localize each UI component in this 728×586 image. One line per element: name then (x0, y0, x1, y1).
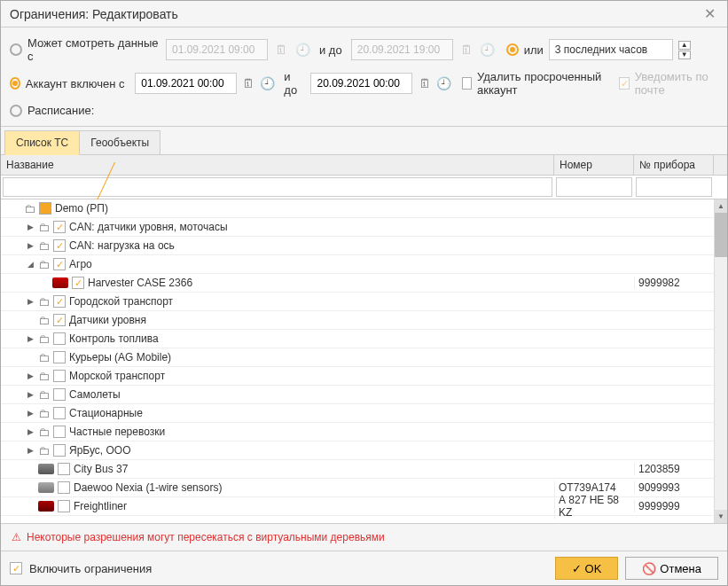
warning-bar: ⚠ Некоторые разрешения могут пересекатьс… (1, 523, 727, 551)
expand-icon[interactable]: ▶ (26, 297, 35, 306)
table-row[interactable]: ◢🗀Агро (1, 255, 727, 274)
table-row[interactable]: ▶🗀Частные перевозки (1, 423, 727, 441)
notify-checkbox[interactable] (619, 77, 629, 90)
row-checkbox[interactable] (53, 426, 66, 438)
row-checkbox[interactable] (53, 258, 66, 270)
options-panel: Может смотреть данные с 🗓 🕘 и до 🗓 🕘 или… (1, 27, 727, 127)
table-row[interactable]: ▶🗀Стационарные (1, 404, 727, 423)
radio-or[interactable] (506, 43, 519, 56)
row-checkbox[interactable] (53, 221, 66, 233)
filter-name-input[interactable] (3, 177, 552, 197)
row-checkbox[interactable] (53, 407, 66, 419)
scroll-up-icon[interactable]: ▲ (715, 199, 727, 213)
row-checkbox[interactable] (53, 388, 66, 401)
table-row[interactable]: ▶🗀Морской транспорт (1, 367, 727, 386)
radio-account-on[interactable] (10, 77, 20, 90)
filter-number-input[interactable] (556, 177, 632, 197)
col-name[interactable]: Название (1, 155, 554, 175)
ok-button[interactable]: ✓ OK (555, 557, 619, 580)
row-checkbox[interactable] (53, 351, 66, 363)
calendar-icon[interactable]: 🗓 (458, 42, 474, 58)
hours-spinner[interactable]: ▲▼ (678, 41, 691, 59)
folder-icon: 🗀 (24, 202, 35, 215)
row-checkbox[interactable] (53, 239, 66, 252)
clock-icon[interactable]: 🕘 (436, 75, 451, 91)
row-label: City Bus 37 (74, 463, 128, 475)
scroll-down-icon[interactable]: ▼ (715, 510, 727, 523)
label-and-to: и до (319, 43, 342, 57)
expand-icon[interactable]: ▶ (26, 223, 35, 231)
delete-expired-checkbox[interactable] (462, 77, 472, 90)
expand-icon[interactable]: ▶ (26, 446, 35, 455)
expand-icon[interactable]: ▶ (26, 390, 35, 399)
table-row[interactable]: 🗀Demo (РП) (1, 199, 727, 218)
label-schedule: Расписание: (27, 104, 94, 117)
row-checkbox[interactable] (53, 332, 66, 345)
row-checkbox[interactable] (53, 314, 66, 326)
expand-icon[interactable]: ▶ (26, 409, 35, 418)
table-row[interactable]: City Bus 371203859 (1, 460, 727, 479)
row-checkbox[interactable] (53, 295, 66, 308)
view-to-input[interactable] (351, 39, 453, 60)
calendar-icon[interactable]: 🗓 (418, 75, 430, 91)
label-can-view: Может смотреть данные с (27, 36, 160, 63)
expand-icon[interactable]: ▶ (26, 371, 35, 380)
table-row[interactable]: ▶🗀Самолеты (1, 386, 727, 404)
expand-icon[interactable]: ◢ (26, 260, 35, 269)
clock-icon[interactable]: 🕘 (294, 42, 310, 58)
filter-row (1, 176, 727, 199)
table-row[interactable]: ▶🗀CAN: нагрузка на ось (1, 237, 727, 255)
clock-icon[interactable]: 🕘 (480, 42, 496, 58)
vehicle-icon (38, 482, 54, 493)
row-device: 9999999 (634, 500, 714, 512)
acct-from-input[interactable] (135, 73, 237, 94)
row-device: 1203859 (634, 463, 714, 475)
row-checkbox[interactable] (58, 500, 70, 512)
expand-icon[interactable]: ▶ (26, 427, 35, 436)
table-row[interactable]: ▶🗀Контроль топлива (1, 330, 727, 348)
radio-can-view[interactable] (10, 43, 22, 56)
folder-icon: 🗀 (38, 407, 50, 420)
row-label: Датчики уровня (69, 314, 146, 326)
acct-to-input[interactable] (310, 73, 412, 94)
folder-icon: 🗀 (38, 314, 50, 327)
table-row[interactable]: FreightlinerА 827 НЕ 58 KZ9999999 (1, 497, 727, 516)
last-hours-select[interactable]: 3 последних часов (549, 39, 673, 60)
col-number[interactable]: Номер (554, 155, 634, 175)
tab-vehicle-list[interactable]: Список ТС (4, 130, 80, 155)
scrollbar[interactable]: ▲ ▼ (714, 199, 727, 523)
scroll-thumb[interactable] (715, 213, 727, 257)
calendar-icon[interactable]: 🗓 (242, 75, 254, 91)
filter-device-input[interactable] (636, 177, 712, 197)
table-row[interactable]: 🗀Курьеры (AG Mobile) (1, 348, 727, 367)
row-checkbox[interactable] (53, 370, 66, 382)
row-checkbox[interactable] (39, 202, 51, 215)
vehicle-icon (52, 277, 68, 288)
tree-view[interactable]: ▲ ▼ 🗀Demo (РП)▶🗀CAN: датчики уровня, мот… (1, 199, 727, 523)
table-row[interactable]: 🗀Датчики уровня (1, 311, 727, 330)
row-checkbox[interactable] (72, 277, 84, 289)
tab-geoobjects[interactable]: Геообъекты (79, 130, 160, 154)
table-row[interactable]: ▶🗀CAN: датчики уровня, моточасы (1, 218, 727, 237)
col-device[interactable]: № прибора (634, 155, 714, 175)
vehicle-icon (38, 501, 54, 512)
expand-icon[interactable]: ▶ (26, 241, 35, 250)
clock-icon[interactable]: 🕘 (260, 75, 275, 91)
row-checkbox[interactable] (53, 444, 66, 457)
radio-schedule[interactable] (10, 105, 22, 117)
row-label: Daewoo Nexia (1-wire sensors) (74, 481, 222, 494)
warning-text: Некоторые разрешения могут пересекаться … (27, 531, 385, 543)
table-row[interactable]: ▶🗀Городской транспорт (1, 293, 727, 311)
calendar-icon[interactable]: 🗓 (273, 42, 289, 58)
row-label: ЯрБус, ООО (69, 444, 131, 457)
table-row[interactable]: ▶🗀ЯрБус, ООО (1, 441, 727, 460)
table-row[interactable]: Harvester CASE 23669999982 (1, 274, 727, 293)
view-from-input[interactable] (166, 39, 268, 60)
cancel-button[interactable]: 🚫 Отмена (625, 557, 718, 580)
close-icon[interactable]: ✕ (701, 5, 718, 23)
enable-restrictions-checkbox[interactable] (10, 562, 22, 574)
row-checkbox[interactable] (58, 463, 70, 475)
expand-icon[interactable]: ▶ (26, 334, 35, 343)
row-checkbox[interactable] (58, 481, 70, 494)
titlebar: Ограничения: Редактировать ✕ (1, 1, 727, 27)
